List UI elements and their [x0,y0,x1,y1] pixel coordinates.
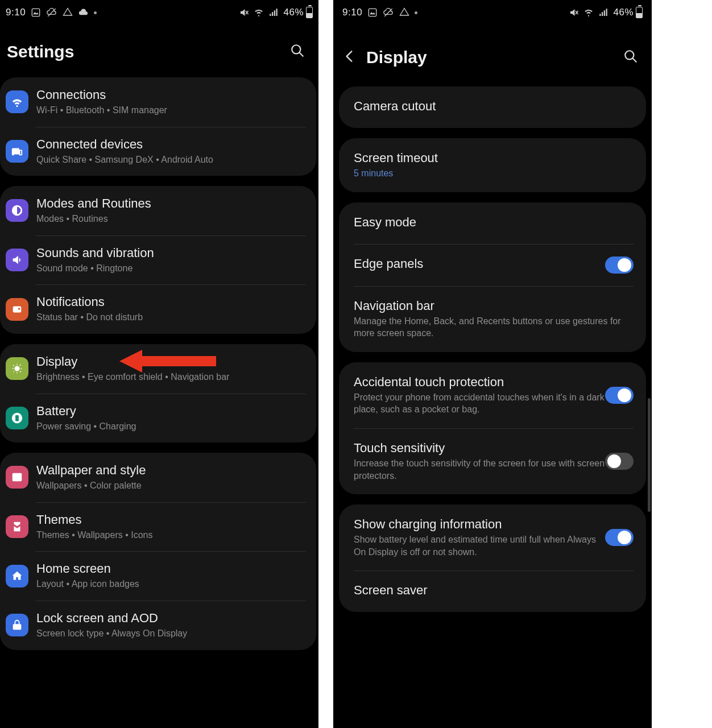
row-label: Home screen [36,561,306,576]
header: Display [333,25,652,86]
settings-row-battery[interactable]: BatteryPower saving • Charging [0,394,316,443]
gallery-icon [30,7,42,18]
home-icon [6,565,28,588]
svg-rect-16 [602,12,603,16]
svg-rect-15 [600,14,601,16]
drive-icon [399,7,410,18]
row-label: Notifications [36,295,306,309]
row-label: Easy mode [354,215,634,230]
sound-icon [6,249,28,271]
header: Settings [0,25,318,77]
settings-row-display[interactable]: DisplayBrightness • Eye comfort shield •… [0,344,316,394]
gallery-icon [367,7,378,18]
more-notifications-dot [94,11,97,14]
lock-icon [6,614,28,636]
svg-rect-5 [272,12,273,16]
svg-rect-11 [369,9,376,16]
cloud-icon [78,7,89,18]
row-subtitle: 5 minutes [354,167,634,180]
page-title: Settings [7,42,74,61]
row-label: Touch sensitivity [354,441,605,456]
row-subtitle: Manage the Home, Back, and Recents butto… [354,315,634,340]
row-label: Battery [36,404,306,419]
row-label: Display [36,354,306,369]
row-label: Themes [36,512,306,527]
svg-rect-0 [32,9,39,16]
settings-row-themes[interactable]: ThemesThemes • Wallpapers • Icons [0,502,316,552]
row-subtitle: Layout • App icon badges [36,578,306,590]
toggle[interactable] [605,387,634,404]
svg-rect-7 [276,9,278,16]
battery-percent: 46% [613,7,634,18]
wifi-icon [6,90,28,113]
notif-icon [6,298,28,321]
drive-icon [62,7,73,18]
row-subtitle: Quick Share • Samsung DeX • Android Auto [36,154,306,166]
back-icon[interactable] [342,49,357,66]
svg-line-9 [300,53,303,56]
signal-icon [268,7,279,18]
settings-row-connected-devices[interactable]: Connected devicesQuick Share • Samsung D… [0,127,316,176]
display-row-screen-timeout[interactable]: Screen timeout5 minutes [339,138,646,192]
signal-icon [598,7,608,18]
display-row-touch-sensitivity[interactable]: Touch sensitivityIncrease the touch sens… [339,428,646,494]
themes-icon [6,515,28,538]
settings-list: ConnectionsWi-Fi • Bluetooth • SIM manag… [0,77,318,650]
row-label: Sounds and vibration [36,246,306,260]
search-icon[interactable] [623,49,638,66]
display-row-accidental-touch-protection[interactable]: Accidental touch protectionProtect your … [339,362,646,428]
row-label: Lock screen and AOD [36,611,306,626]
statusbar-time: 9:10 [342,7,362,18]
page-title: Display [366,48,427,67]
more-notifications-dot [415,11,417,14]
row-subtitle: Protect your phone from accidental touch… [354,391,605,416]
row-label: Connected devices [36,137,306,152]
row-subtitle: Show battery level and estimated time un… [354,533,605,558]
row-subtitle: Modes • Routines [36,213,306,225]
toggle[interactable] [605,257,634,274]
display-settings-list: Camera cutoutScreen timeout5 minutesEasy… [333,86,652,612]
svg-rect-6 [274,10,275,16]
search-icon[interactable] [290,43,305,60]
statusbar: 9:10 46% [0,0,318,25]
settings-row-wallpaper-and-style[interactable]: Wallpaper and styleWallpapers • Color pa… [0,453,316,502]
statusbar: 9:10 46% [333,0,652,25]
row-subtitle: Wi-Fi • Bluetooth • SIM manager [36,104,306,117]
statusbar-time: 9:10 [6,7,26,18]
battery-icon [306,7,313,18]
row-subtitle: Sound mode • Ringtone [36,262,306,275]
row-label: Wallpaper and style [36,463,306,478]
toggle[interactable] [605,529,634,546]
display-row-edge-panels[interactable]: Edge panels [339,244,646,286]
row-label: Edge panels [354,257,605,271]
row-subtitle: Increase the touch sensitivity of the sc… [354,457,605,482]
display-row-screen-saver[interactable]: Screen saver [339,570,646,612]
wallpaper-icon [6,466,28,489]
settings-row-modes-and-routines[interactable]: Modes and RoutinesModes • Routines [0,186,316,235]
row-label: Accidental touch protection [354,375,605,390]
row-subtitle: Wallpapers • Color palette [36,479,306,492]
display-row-camera-cutout[interactable]: Camera cutout [339,86,646,128]
row-label: Modes and Routines [36,196,306,211]
row-label: Screen saver [354,583,634,598]
mute-icon [239,7,249,18]
settings-row-notifications[interactable]: NotificationsStatus bar • Do not disturb [0,284,316,334]
row-label: Camera cutout [354,99,634,114]
battery-percent: 46% [283,7,304,18]
row-label: Connections [36,88,306,102]
row-label: Show charging information [354,517,605,532]
settings-row-home-screen[interactable]: Home screenLayout • App icon badges [0,551,316,601]
row-subtitle: Screen lock type • Always On Display [36,627,306,640]
display-row-show-charging-information[interactable]: Show charging informationShow battery le… [339,504,646,570]
svg-rect-4 [270,14,271,16]
scrollbar[interactable] [648,398,651,512]
svg-rect-18 [606,9,607,16]
devices-icon [6,140,28,163]
settings-row-lock-screen-and-aod[interactable]: Lock screen and AODScreen lock type • Al… [0,601,316,650]
toggle[interactable] [605,453,634,470]
display-row-navigation-bar[interactable]: Navigation barManage the Home, Back, and… [339,286,646,352]
phone-display: 9:10 46% Display Camera cutoutScreen tim… [333,0,652,728]
display-row-easy-mode[interactable]: Easy mode [339,202,646,244]
settings-row-sounds-and-vibration[interactable]: Sounds and vibrationSound mode • Rington… [0,235,316,285]
settings-row-connections[interactable]: ConnectionsWi-Fi • Bluetooth • SIM manag… [0,77,316,127]
